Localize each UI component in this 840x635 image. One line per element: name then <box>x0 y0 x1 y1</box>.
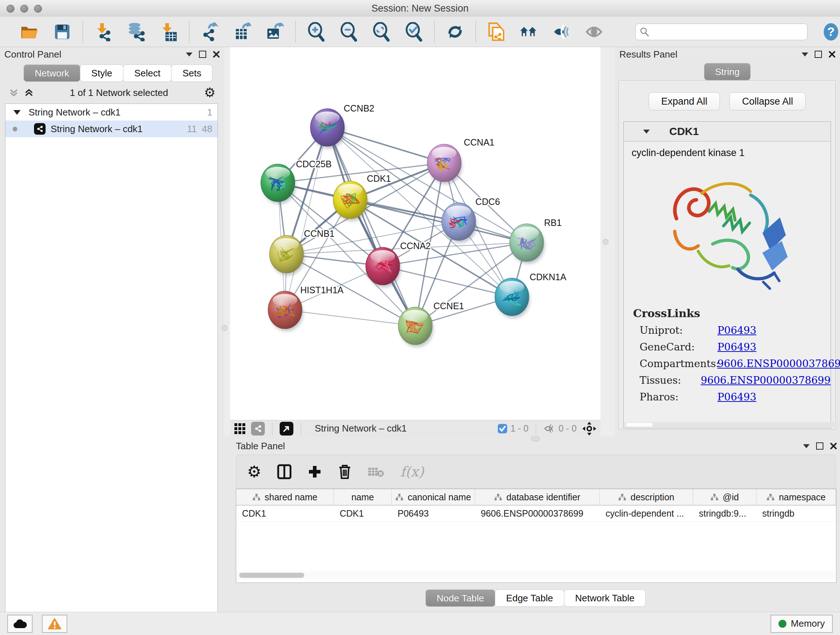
table-horizontal-scrollbar[interactable] <box>236 571 835 579</box>
float-panel-icon[interactable] <box>199 51 206 58</box>
show-hidden-eye-icon[interactable] <box>584 22 603 41</box>
edge-HIST1H1A-CCNE1[interactable] <box>285 310 415 326</box>
home-networks-icon[interactable] <box>519 22 538 41</box>
tab-select[interactable]: Select <box>123 65 172 82</box>
edge-CCNA2-CDKN1A[interactable] <box>383 266 512 297</box>
warnings-button[interactable] <box>42 615 67 633</box>
export-image-icon[interactable] <box>265 22 284 41</box>
node-ccnb2[interactable] <box>310 109 346 149</box>
table-cell[interactable]: cyclin-dependent ... <box>600 505 693 521</box>
node-ccnb1[interactable] <box>270 235 305 276</box>
right-splitter-handle[interactable] <box>603 239 608 245</box>
expand-all-icon[interactable] <box>24 88 34 97</box>
node-cdc25b[interactable] <box>261 164 296 204</box>
cloud-status-button[interactable] <box>7 615 33 633</box>
table-cell[interactable]: CDK1 <box>334 505 392 521</box>
crosslink-link-compartments-[interactable]: 9606.ENSP00000378699 <box>717 358 840 370</box>
collapse-all-icon[interactable] <box>9 88 19 97</box>
show-columns-icon[interactable] <box>277 464 292 479</box>
crosslink-link-genecard-[interactable]: P06493 <box>717 341 756 353</box>
open-session-icon[interactable] <box>20 22 39 41</box>
hide-selected-eye-slash-icon[interactable] <box>552 22 571 41</box>
column-header-namespace[interactable]: namespace <box>756 489 836 505</box>
column-header-canonical-name[interactable]: canonical name <box>392 489 475 505</box>
crosslink-link-tissues-[interactable]: 9606.ENSP00000378699 <box>701 374 831 386</box>
delete-table-icon[interactable] <box>368 466 384 478</box>
zoom-selected-icon[interactable] <box>404 22 423 41</box>
create-column-icon[interactable] <box>308 464 322 479</box>
node-ccne1[interactable] <box>398 307 433 347</box>
minimize-window-button[interactable] <box>20 5 28 13</box>
delete-column-icon[interactable] <box>338 464 352 480</box>
gene-card-header[interactable]: CDK1 <box>624 122 831 141</box>
edge-CCNB2-CCNE1[interactable] <box>327 127 415 326</box>
column-header-database-identifier[interactable]: database identifier <box>475 489 600 505</box>
detach-view-icon[interactable] <box>279 422 294 435</box>
float-panel-icon[interactable] <box>816 442 823 450</box>
network-row[interactable]: String Network – cdk1 11 48 <box>5 120 218 137</box>
panel-menu-icon[interactable] <box>802 52 808 57</box>
maximize-window-button[interactable] <box>34 5 42 13</box>
node-rb1[interactable] <box>510 224 545 264</box>
tab-sets[interactable]: Sets <box>171 65 212 82</box>
column-header-shared-name[interactable]: shared name <box>236 489 334 505</box>
column-header-description[interactable]: description <box>600 489 693 505</box>
tab-edge-table[interactable]: Edge Table <box>495 589 564 607</box>
node-ccna1[interactable] <box>427 144 462 184</box>
collapse-collection-icon[interactable] <box>13 110 21 115</box>
node-ccna2[interactable] <box>366 247 401 287</box>
hidden-eye-icon[interactable] <box>543 423 556 434</box>
import-table-file-icon[interactable] <box>159 22 178 41</box>
network-collection-row[interactable]: String Network – cdk1 1 <box>5 104 218 120</box>
import-network-database-icon[interactable] <box>126 22 145 41</box>
panel-menu-icon[interactable] <box>803 444 810 448</box>
tab-network-table[interactable]: Network Table <box>564 589 646 607</box>
column-header-name[interactable]: name <box>334 489 392 505</box>
close-window-button[interactable] <box>6 5 14 13</box>
results-horizontal-scrollbar[interactable] <box>624 422 838 427</box>
edge-CDK1-RB1[interactable] <box>350 200 527 242</box>
birds-eye-view-icon[interactable] <box>582 421 597 436</box>
node-cdkn1a[interactable] <box>495 278 530 318</box>
float-panel-icon[interactable] <box>815 51 822 58</box>
zoom-in-icon[interactable] <box>307 22 325 41</box>
save-session-icon[interactable] <box>53 22 72 41</box>
tab-network[interactable]: Network <box>24 65 80 82</box>
crosslink-link-uniprot-[interactable]: P06493 <box>717 325 756 336</box>
selected-checkbox-icon[interactable] <box>497 424 508 434</box>
column-header--id[interactable]: @id <box>693 489 756 505</box>
network-options-gear-icon[interactable]: ⚙ <box>204 86 216 99</box>
string-view-icon[interactable] <box>251 422 265 435</box>
close-panel-icon[interactable] <box>213 51 220 58</box>
table-cell[interactable]: CDK1 <box>236 505 334 521</box>
collapse-card-icon[interactable] <box>643 130 650 134</box>
table-cell[interactable]: stringdb <box>756 505 836 521</box>
grid-view-icon[interactable] <box>234 423 246 435</box>
import-network-file-icon[interactable] <box>94 22 113 41</box>
function-builder-icon[interactable]: f(x) <box>400 464 424 480</box>
table-cell[interactable]: P06493 <box>392 505 475 521</box>
node-hist1h1a[interactable] <box>268 291 303 331</box>
help-icon[interactable]: ? <box>822 22 840 41</box>
export-network-icon[interactable] <box>201 22 219 41</box>
table-cell[interactable]: 9606.ENSP00000378699 <box>475 505 600 521</box>
node-cdk1[interactable] <box>333 181 368 221</box>
table-cell[interactable]: stringdb:9... <box>693 505 756 521</box>
table-options-gear-icon[interactable]: ⚙ <box>247 464 261 480</box>
network-canvas[interactable]: CCNB2CCNA1CDC25BCDK1CDC6RB1CCNB1CCNA2CDK… <box>230 47 600 420</box>
expand-all-button[interactable]: Expand All <box>649 92 720 111</box>
close-panel-icon[interactable] <box>829 51 836 58</box>
crosslink-link-pharos-[interactable]: P06493 <box>717 391 756 403</box>
left-splitter[interactable] <box>224 47 230 437</box>
tab-style[interactable]: Style <box>80 65 123 82</box>
memory-button[interactable]: Memory <box>771 615 833 633</box>
close-panel-icon[interactable] <box>830 442 837 450</box>
export-table-icon[interactable] <box>233 22 252 41</box>
clone-network-icon[interactable] <box>487 22 506 41</box>
search-input[interactable] <box>652 26 807 37</box>
left-splitter-handle[interactable] <box>222 325 227 331</box>
tab-node-table[interactable]: Node Table <box>425 589 495 607</box>
tab-string[interactable]: String <box>704 63 751 80</box>
collapse-all-button[interactable]: Collapse All <box>729 92 806 111</box>
zoom-out-icon[interactable] <box>339 22 358 41</box>
